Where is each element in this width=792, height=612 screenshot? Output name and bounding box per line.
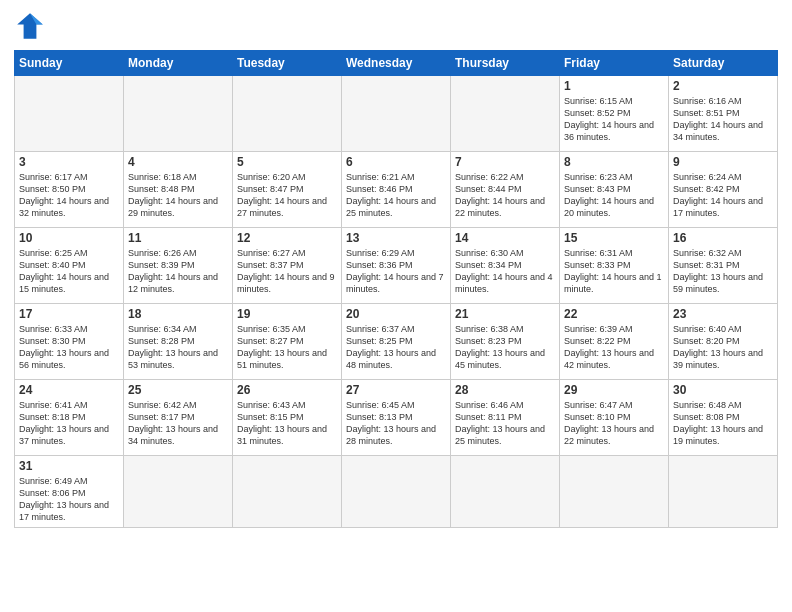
day-number: 11 — [128, 231, 228, 245]
weekday-header-monday: Monday — [124, 51, 233, 76]
calendar-cell: 17Sunrise: 6:33 AM Sunset: 8:30 PM Dayli… — [15, 304, 124, 380]
calendar-cell — [342, 456, 451, 528]
calendar-cell: 12Sunrise: 6:27 AM Sunset: 8:37 PM Dayli… — [233, 228, 342, 304]
day-number: 7 — [455, 155, 555, 169]
day-info: Sunrise: 6:46 AM Sunset: 8:11 PM Dayligh… — [455, 399, 555, 448]
weekday-header-saturday: Saturday — [669, 51, 778, 76]
calendar-cell — [233, 76, 342, 152]
day-info: Sunrise: 6:20 AM Sunset: 8:47 PM Dayligh… — [237, 171, 337, 220]
week-row-2: 3Sunrise: 6:17 AM Sunset: 8:50 PM Daylig… — [15, 152, 778, 228]
day-number: 15 — [564, 231, 664, 245]
day-number: 9 — [673, 155, 773, 169]
week-row-6: 31Sunrise: 6:49 AM Sunset: 8:06 PM Dayli… — [15, 456, 778, 528]
week-row-4: 17Sunrise: 6:33 AM Sunset: 8:30 PM Dayli… — [15, 304, 778, 380]
calendar-cell — [233, 456, 342, 528]
day-number: 21 — [455, 307, 555, 321]
day-info: Sunrise: 6:15 AM Sunset: 8:52 PM Dayligh… — [564, 95, 664, 144]
calendar: SundayMondayTuesdayWednesdayThursdayFrid… — [14, 50, 778, 528]
day-info: Sunrise: 6:35 AM Sunset: 8:27 PM Dayligh… — [237, 323, 337, 372]
calendar-cell: 7Sunrise: 6:22 AM Sunset: 8:44 PM Daylig… — [451, 152, 560, 228]
calendar-cell: 9Sunrise: 6:24 AM Sunset: 8:42 PM Daylig… — [669, 152, 778, 228]
day-info: Sunrise: 6:45 AM Sunset: 8:13 PM Dayligh… — [346, 399, 446, 448]
svg-marker-0 — [17, 13, 43, 39]
day-number: 31 — [19, 459, 119, 473]
day-info: Sunrise: 6:26 AM Sunset: 8:39 PM Dayligh… — [128, 247, 228, 296]
calendar-cell: 26Sunrise: 6:43 AM Sunset: 8:15 PM Dayli… — [233, 380, 342, 456]
calendar-cell: 22Sunrise: 6:39 AM Sunset: 8:22 PM Dayli… — [560, 304, 669, 380]
day-number: 27 — [346, 383, 446, 397]
calendar-cell: 31Sunrise: 6:49 AM Sunset: 8:06 PM Dayli… — [15, 456, 124, 528]
weekday-header-sunday: Sunday — [15, 51, 124, 76]
calendar-cell: 27Sunrise: 6:45 AM Sunset: 8:13 PM Dayli… — [342, 380, 451, 456]
day-number: 2 — [673, 79, 773, 93]
day-info: Sunrise: 6:30 AM Sunset: 8:34 PM Dayligh… — [455, 247, 555, 296]
day-info: Sunrise: 6:23 AM Sunset: 8:43 PM Dayligh… — [564, 171, 664, 220]
day-number: 1 — [564, 79, 664, 93]
calendar-cell: 21Sunrise: 6:38 AM Sunset: 8:23 PM Dayli… — [451, 304, 560, 380]
calendar-cell: 19Sunrise: 6:35 AM Sunset: 8:27 PM Dayli… — [233, 304, 342, 380]
calendar-cell: 6Sunrise: 6:21 AM Sunset: 8:46 PM Daylig… — [342, 152, 451, 228]
calendar-cell: 30Sunrise: 6:48 AM Sunset: 8:08 PM Dayli… — [669, 380, 778, 456]
day-info: Sunrise: 6:49 AM Sunset: 8:06 PM Dayligh… — [19, 475, 119, 524]
day-info: Sunrise: 6:41 AM Sunset: 8:18 PM Dayligh… — [19, 399, 119, 448]
calendar-cell — [15, 76, 124, 152]
calendar-cell: 18Sunrise: 6:34 AM Sunset: 8:28 PM Dayli… — [124, 304, 233, 380]
day-number: 10 — [19, 231, 119, 245]
day-info: Sunrise: 6:32 AM Sunset: 8:31 PM Dayligh… — [673, 247, 773, 296]
day-number: 4 — [128, 155, 228, 169]
calendar-cell: 5Sunrise: 6:20 AM Sunset: 8:47 PM Daylig… — [233, 152, 342, 228]
calendar-cell: 10Sunrise: 6:25 AM Sunset: 8:40 PM Dayli… — [15, 228, 124, 304]
day-number: 19 — [237, 307, 337, 321]
day-number: 13 — [346, 231, 446, 245]
weekday-header-thursday: Thursday — [451, 51, 560, 76]
calendar-cell — [669, 456, 778, 528]
weekday-header-wednesday: Wednesday — [342, 51, 451, 76]
calendar-cell: 13Sunrise: 6:29 AM Sunset: 8:36 PM Dayli… — [342, 228, 451, 304]
calendar-cell: 28Sunrise: 6:46 AM Sunset: 8:11 PM Dayli… — [451, 380, 560, 456]
day-info: Sunrise: 6:31 AM Sunset: 8:33 PM Dayligh… — [564, 247, 664, 296]
day-info: Sunrise: 6:42 AM Sunset: 8:17 PM Dayligh… — [128, 399, 228, 448]
calendar-cell — [124, 456, 233, 528]
week-row-1: 1Sunrise: 6:15 AM Sunset: 8:52 PM Daylig… — [15, 76, 778, 152]
calendar-cell: 25Sunrise: 6:42 AM Sunset: 8:17 PM Dayli… — [124, 380, 233, 456]
day-number: 23 — [673, 307, 773, 321]
weekday-header-friday: Friday — [560, 51, 669, 76]
day-info: Sunrise: 6:22 AM Sunset: 8:44 PM Dayligh… — [455, 171, 555, 220]
day-info: Sunrise: 6:16 AM Sunset: 8:51 PM Dayligh… — [673, 95, 773, 144]
day-info: Sunrise: 6:18 AM Sunset: 8:48 PM Dayligh… — [128, 171, 228, 220]
day-number: 29 — [564, 383, 664, 397]
day-number: 8 — [564, 155, 664, 169]
day-number: 20 — [346, 307, 446, 321]
day-number: 22 — [564, 307, 664, 321]
calendar-cell: 3Sunrise: 6:17 AM Sunset: 8:50 PM Daylig… — [15, 152, 124, 228]
calendar-cell: 20Sunrise: 6:37 AM Sunset: 8:25 PM Dayli… — [342, 304, 451, 380]
day-number: 17 — [19, 307, 119, 321]
day-number: 30 — [673, 383, 773, 397]
week-row-5: 24Sunrise: 6:41 AM Sunset: 8:18 PM Dayli… — [15, 380, 778, 456]
day-info: Sunrise: 6:34 AM Sunset: 8:28 PM Dayligh… — [128, 323, 228, 372]
day-info: Sunrise: 6:17 AM Sunset: 8:50 PM Dayligh… — [19, 171, 119, 220]
calendar-cell: 2Sunrise: 6:16 AM Sunset: 8:51 PM Daylig… — [669, 76, 778, 152]
calendar-cell: 8Sunrise: 6:23 AM Sunset: 8:43 PM Daylig… — [560, 152, 669, 228]
weekday-header-tuesday: Tuesday — [233, 51, 342, 76]
day-number: 16 — [673, 231, 773, 245]
calendar-cell: 11Sunrise: 6:26 AM Sunset: 8:39 PM Dayli… — [124, 228, 233, 304]
day-info: Sunrise: 6:40 AM Sunset: 8:20 PM Dayligh… — [673, 323, 773, 372]
day-info: Sunrise: 6:39 AM Sunset: 8:22 PM Dayligh… — [564, 323, 664, 372]
header — [14, 10, 778, 42]
calendar-cell — [124, 76, 233, 152]
day-number: 24 — [19, 383, 119, 397]
page: SundayMondayTuesdayWednesdayThursdayFrid… — [0, 0, 792, 612]
day-number: 6 — [346, 155, 446, 169]
calendar-cell — [451, 76, 560, 152]
calendar-cell — [342, 76, 451, 152]
day-number: 28 — [455, 383, 555, 397]
calendar-cell: 15Sunrise: 6:31 AM Sunset: 8:33 PM Dayli… — [560, 228, 669, 304]
day-info: Sunrise: 6:37 AM Sunset: 8:25 PM Dayligh… — [346, 323, 446, 372]
day-info: Sunrise: 6:48 AM Sunset: 8:08 PM Dayligh… — [673, 399, 773, 448]
day-info: Sunrise: 6:25 AM Sunset: 8:40 PM Dayligh… — [19, 247, 119, 296]
day-number: 12 — [237, 231, 337, 245]
calendar-cell — [451, 456, 560, 528]
calendar-cell: 23Sunrise: 6:40 AM Sunset: 8:20 PM Dayli… — [669, 304, 778, 380]
day-info: Sunrise: 6:29 AM Sunset: 8:36 PM Dayligh… — [346, 247, 446, 296]
